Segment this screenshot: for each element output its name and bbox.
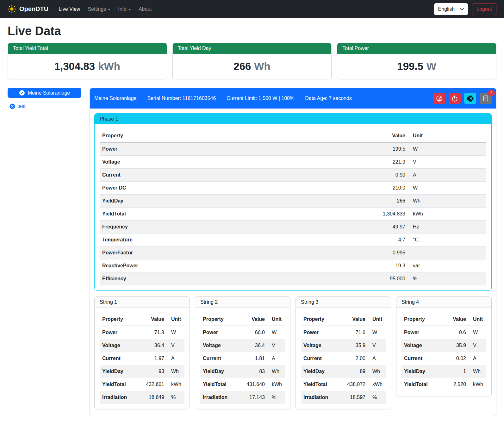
column-header: Value xyxy=(369,129,410,142)
table-row: Current1.81A xyxy=(200,352,285,365)
summary-value: 199.5 xyxy=(397,60,423,72)
phase-card: Phase 1 PropertyValueUnit Power199.5WVol… xyxy=(94,113,492,291)
unit-cell: V xyxy=(470,339,486,352)
inverter-select-test[interactable]: test xyxy=(8,103,28,109)
property-cell: ReactivePower xyxy=(100,259,369,272)
column-header: Value xyxy=(238,313,269,326)
column-header: Property xyxy=(301,313,338,326)
inverter-header: Meine Solaranlage Serial Number: 1161716… xyxy=(90,88,496,109)
table-row: Current0.90A xyxy=(100,169,486,182)
unit-cell: °C xyxy=(410,234,486,246)
unit-cell: V xyxy=(269,339,285,352)
unit-cell: Wh xyxy=(370,365,386,378)
power-toggle-button[interactable] xyxy=(449,93,461,104)
unit-cell: W xyxy=(370,326,386,339)
nav-item-label: Settings xyxy=(88,6,106,12)
dropdown-caret-icon xyxy=(128,9,131,10)
table-row: YieldDay266Wh xyxy=(100,195,486,208)
column-header: Property xyxy=(200,313,238,326)
property-cell: YieldDay xyxy=(401,365,442,378)
nav-item-about[interactable]: About xyxy=(135,4,156,15)
logout-button[interactable]: Logout xyxy=(472,3,496,15)
nav-item-info[interactable]: Info xyxy=(114,4,135,15)
property-cell: Voltage xyxy=(200,339,238,352)
unit-cell: V xyxy=(370,339,386,352)
card-total-yield-day: Total Yield Day 266 Wh xyxy=(172,43,332,79)
value-cell: 36.4 xyxy=(238,339,269,352)
table-row: YieldTotal1,304.833kWh xyxy=(100,208,486,221)
table-row: Power0.6W xyxy=(401,326,486,339)
brand[interactable]: OpenDTU xyxy=(8,5,48,13)
value-cell: 0.90 xyxy=(369,169,410,182)
string-title: String 3 xyxy=(296,297,391,308)
phase-title: Phase 1 xyxy=(95,114,491,124)
string-2-card: String 2 PropertyValueUnit Power66.0WVol… xyxy=(195,296,290,409)
inverter-select-label: test xyxy=(17,103,26,109)
unit-cell: % xyxy=(410,272,486,285)
inverter-select-meine-solaranlage[interactable]: Meine Solaranlage xyxy=(8,88,81,98)
property-cell: Voltage xyxy=(301,339,338,352)
x-circle-icon xyxy=(9,103,15,109)
card-body: 199.5 W xyxy=(337,54,496,79)
value-cell: 432.601 xyxy=(137,378,169,391)
unit-cell: Hz xyxy=(410,221,486,234)
header-row: PropertyValueUnit xyxy=(301,313,386,326)
value-cell: 71.6 xyxy=(338,326,370,339)
inverter-body: Phase 1 PropertyValueUnit Power199.5WVol… xyxy=(90,109,496,416)
unit-cell: % xyxy=(370,391,386,404)
property-cell: YieldDay xyxy=(200,365,238,378)
unit-cell: A xyxy=(269,352,285,365)
value-cell: 1 xyxy=(442,365,470,378)
table-row: Voltage35.9V xyxy=(401,339,486,352)
nav-item-settings[interactable]: Settings xyxy=(84,4,114,15)
card-total-power: Total Power 199.5 W xyxy=(337,43,496,79)
nav-item-live-view[interactable]: Live View xyxy=(55,4,84,15)
column-header: Value xyxy=(338,313,370,326)
property-cell: YieldTotal xyxy=(301,378,338,391)
value-cell: 89 xyxy=(338,365,370,378)
string-title: String 2 xyxy=(195,297,290,308)
value-cell: 49.97 xyxy=(369,221,410,234)
table-row: Irradiation17.143% xyxy=(200,391,285,404)
table-row: YieldDay1Wh xyxy=(401,365,486,378)
value-cell: 18.649 xyxy=(137,391,169,404)
nav-item-label: About xyxy=(139,6,152,12)
inverter-serial: Serial Number: 116171603546 xyxy=(147,96,216,101)
chevron-down-icon xyxy=(460,8,464,10)
table-row: Current1.97A xyxy=(100,352,184,365)
property-cell: Power xyxy=(100,326,137,339)
event-log-button[interactable]: 2 xyxy=(480,93,492,104)
limit-settings-button[interactable] xyxy=(433,93,445,104)
inverter-data-age: Data Age: 7 seconds xyxy=(305,96,352,101)
inverter-actions: 2 xyxy=(433,93,492,104)
property-cell: Efficiency xyxy=(100,272,369,285)
property-cell: YieldTotal xyxy=(200,378,238,391)
restart-device-button[interactable] xyxy=(464,93,476,104)
unit-cell: Wh xyxy=(410,195,486,208)
language-select[interactable]: English xyxy=(434,3,468,15)
phase-table: PropertyValueUnit Power199.5WVoltage221.… xyxy=(100,129,486,285)
value-cell: 0.6 xyxy=(442,326,470,339)
property-cell: Voltage xyxy=(401,339,442,352)
value-cell: 0.02 xyxy=(442,352,470,365)
property-cell: Current xyxy=(100,352,137,365)
navbar: OpenDTU Live View Settings Info About En… xyxy=(0,0,504,18)
unit-cell: W xyxy=(470,326,486,339)
property-cell: Current xyxy=(200,352,238,365)
header-row: PropertyValueUnit xyxy=(200,313,285,326)
table-row: YieldTotal438.072kWh xyxy=(301,378,386,391)
header-row: PropertyValueUnit xyxy=(100,129,486,142)
column-header: Unit xyxy=(410,129,486,142)
value-cell: 71.8 xyxy=(137,326,169,339)
property-cell: Power xyxy=(200,326,238,339)
string-3-card: String 3 PropertyValueUnit Power71.6WVol… xyxy=(296,296,391,409)
cpu-chip-icon xyxy=(467,95,474,102)
property-cell: Voltage xyxy=(100,339,137,352)
property-cell: Temperature xyxy=(100,234,369,246)
unit-cell: V xyxy=(169,339,184,352)
dropdown-caret-icon xyxy=(108,9,110,10)
column-header: Unit xyxy=(370,313,386,326)
summary-unit: W xyxy=(426,60,436,72)
property-cell: Voltage xyxy=(100,156,369,169)
table-row: Frequency49.97Hz xyxy=(100,221,486,234)
